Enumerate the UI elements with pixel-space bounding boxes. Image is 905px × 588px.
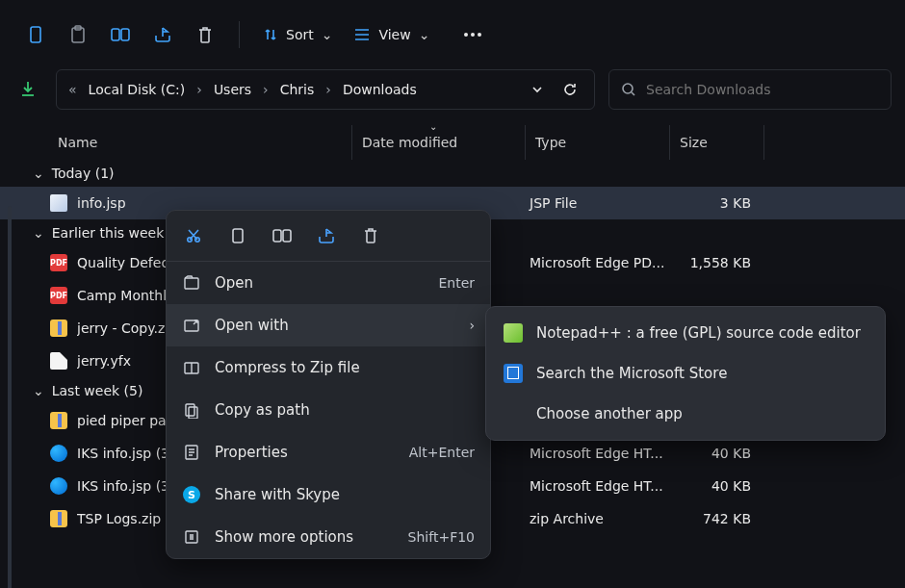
context-menu-label: Share with Skype — [215, 486, 475, 503]
store-app-icon — [504, 364, 523, 383]
zip-file-icon — [48, 508, 69, 529]
copypath-icon — [182, 400, 201, 420]
file-size: 1,558 KB — [674, 255, 761, 270]
view-dropdown[interactable]: View ⌄ — [346, 16, 437, 53]
more-button[interactable] — [454, 16, 491, 53]
rename-button[interactable] — [102, 16, 139, 53]
chevron-down-icon: ⌄ — [322, 27, 333, 42]
context-menu-item-copypath[interactable]: Copy as path — [167, 389, 490, 431]
copy-icon-button[interactable] — [226, 224, 249, 247]
column-header-date[interactable]: Date modified ⌄ — [351, 125, 525, 160]
copy-button[interactable] — [17, 16, 54, 53]
svg-rect-17 — [186, 404, 194, 416]
zip-icon — [182, 358, 201, 377]
navigation-pane-splitter[interactable] — [8, 206, 12, 588]
breadcrumb-segment[interactable]: Chris — [274, 78, 321, 101]
file-type: JSP File — [530, 195, 674, 211]
context-menu-item-openwith[interactable]: Open with› — [167, 304, 490, 346]
share-icon-button[interactable] — [315, 224, 338, 247]
context-menu-item-more[interactable]: Show more optionsShift+F10 — [167, 516, 490, 558]
chevron-down-icon: ⌄ — [33, 166, 44, 181]
history-dropdown-button[interactable] — [523, 75, 552, 104]
breadcrumb-overflow-icon[interactable]: « — [66, 82, 79, 97]
group-label: Last week (5) — [52, 383, 143, 398]
context-menu-label: Properties — [215, 444, 396, 461]
context-menu-item-zip[interactable]: Compress to Zip file — [167, 346, 490, 389]
context-menu-label: Open — [215, 274, 425, 292]
file-group-header[interactable]: ⌄Today (1) — [0, 160, 905, 187]
sort-dropdown[interactable]: Sort ⌄ — [255, 16, 340, 53]
search-box[interactable] — [608, 69, 892, 110]
chevron-down-icon: ⌄ — [33, 225, 44, 241]
openwith-icon — [182, 316, 201, 335]
context-menu-shortcut: Shift+F10 — [408, 529, 475, 545]
toolbar-divider — [239, 21, 240, 48]
chevron-right-icon: › — [261, 82, 271, 97]
sort-indicator-icon: ⌄ — [429, 121, 437, 132]
svg-rect-3 — [112, 29, 119, 40]
file-type: Microsoft Edge PD... — [530, 255, 674, 270]
open-icon — [182, 273, 201, 293]
pdf-file-icon: PDF — [48, 285, 69, 306]
view-label: View — [378, 27, 410, 42]
file-name: info.jsp — [77, 195, 356, 211]
file-type: Microsoft Edge HT... — [530, 478, 674, 494]
column-header-name[interactable]: Name — [58, 135, 351, 150]
svg-rect-11 — [233, 229, 243, 243]
open-with-label: Choose another app — [536, 405, 683, 422]
search-input[interactable] — [646, 82, 879, 97]
file-size: 3 KB — [674, 195, 761, 211]
svg-point-8 — [623, 84, 633, 93]
open-with-submenu: Notepad++ : a free (GPL) source code edi… — [485, 306, 886, 441]
breadcrumb-segment[interactable]: Downloads — [337, 78, 423, 101]
context-menu-label: Compress to Zip file — [215, 359, 475, 376]
svg-rect-4 — [121, 29, 129, 40]
rename-icon-button[interactable] — [271, 224, 294, 247]
skype-icon: S — [182, 485, 201, 504]
main-toolbar: Sort ⌄ View ⌄ — [0, 0, 905, 69]
chevron-down-icon: ⌄ — [33, 383, 44, 398]
chevron-down-icon: ⌄ — [419, 27, 430, 42]
zip-file-icon — [48, 410, 69, 431]
open-with-label: Search the Microsoft Store — [536, 365, 727, 382]
open-with-item[interactable]: Notepad++ : a free (GPL) source code edi… — [486, 313, 885, 353]
breadcrumb[interactable]: « Local Disk (C:) › Users › Chris › Down… — [56, 69, 595, 110]
context-menu-label: Show more options — [215, 528, 395, 546]
column-headers: Name Date modified ⌄ Type Size — [0, 125, 905, 160]
cut-icon-button[interactable] — [182, 224, 205, 247]
share-button[interactable] — [144, 16, 181, 53]
html-file-icon — [48, 475, 69, 497]
column-header-size[interactable]: Size — [669, 125, 763, 160]
context-menu-label: Copy as path — [215, 401, 475, 419]
file-type: zip Archive — [530, 511, 674, 526]
column-header-type[interactable]: Type — [525, 125, 669, 160]
pdf-file-icon: PDF — [48, 252, 69, 273]
chevron-right-icon: › — [469, 318, 475, 333]
more-icon — [182, 527, 201, 547]
delete-icon-button[interactable] — [359, 224, 382, 247]
open-with-item[interactable]: Search the Microsoft Store — [486, 353, 885, 394]
svg-rect-13 — [283, 230, 291, 242]
context-menu-item-skype[interactable]: SShare with Skype — [167, 473, 490, 516]
context-menu-item-props[interactable]: PropertiesAlt+Enter — [167, 431, 490, 473]
open-with-item[interactable]: Choose another app — [486, 394, 885, 434]
paste-button[interactable] — [60, 16, 96, 53]
sort-label: Sort — [286, 27, 314, 42]
refresh-button[interactable] — [556, 75, 584, 104]
jsp-file-icon — [48, 192, 69, 214]
svg-rect-0 — [31, 27, 40, 42]
breadcrumb-segment[interactable]: Users — [208, 78, 257, 101]
context-menu-label: Open with — [215, 317, 455, 334]
html-file-icon — [48, 443, 69, 464]
delete-button[interactable] — [187, 16, 223, 53]
breadcrumb-segment[interactable]: Local Disk (C:) — [83, 78, 192, 101]
svg-rect-12 — [273, 230, 281, 242]
address-search-row: « Local Disk (C:) › Users › Chris › Down… — [0, 69, 905, 125]
context-menu-icon-row — [167, 211, 490, 262]
svg-point-6 — [471, 33, 475, 37]
yfx-file-icon — [48, 350, 69, 371]
downloads-icon — [13, 69, 42, 110]
npp-app-icon — [504, 323, 523, 343]
context-menu-item-open[interactable]: OpenEnter — [167, 262, 490, 304]
context-menu-shortcut: Enter — [438, 275, 475, 291]
